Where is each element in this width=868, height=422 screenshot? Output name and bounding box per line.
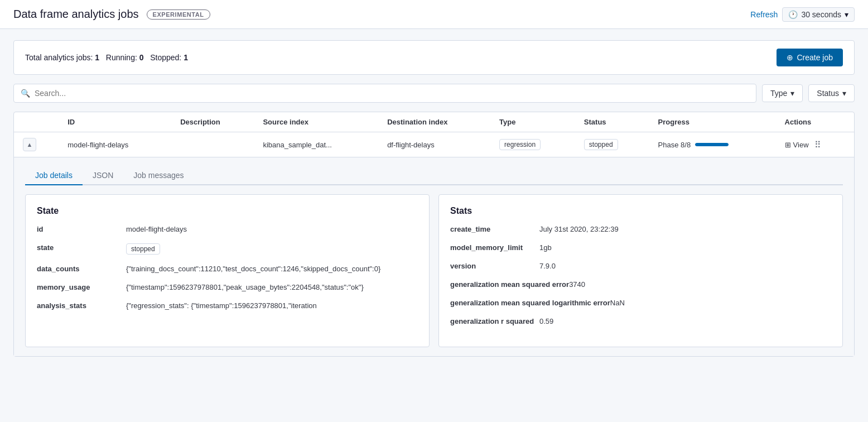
state-state-row: state stopped — [37, 243, 418, 255]
actions-cell: ⊞ View ⠿ — [776, 132, 854, 157]
state-memory-usage-value: {"timestamp":1596237978801,"peak_usage_b… — [126, 283, 418, 291]
search-wrapper: 🔍 — [13, 84, 756, 103]
view-button[interactable]: ⊞ View — [785, 141, 809, 149]
chevron-down-icon: ▾ — [790, 89, 794, 98]
stopped-count: 1 — [184, 53, 188, 62]
type-label: Type — [770, 89, 787, 98]
table-header-row: ID Description Source index Destination … — [14, 112, 854, 132]
status-label: Status — [817, 89, 839, 98]
total-count: 1 — [95, 53, 99, 62]
search-icon: 🔍 — [21, 89, 30, 98]
status-cell: stopped — [575, 132, 649, 157]
type-badge: regression — [499, 139, 541, 150]
create-job-button[interactable]: ⊕ Create job — [777, 49, 843, 66]
stats-gen-mse-label: generalization mean squared error — [450, 280, 569, 289]
top-header: Data frame analytics jobs EXPERIMENTAL R… — [0, 0, 868, 29]
plus-icon: ⊕ — [787, 53, 793, 62]
destination-index-cell: df-flight-delays — [378, 132, 490, 157]
detail-panels: State id model-flight-delays state stop — [25, 194, 843, 347]
col-expand — [14, 112, 59, 132]
detail-tabs: Job details JSON Job messages — [25, 166, 843, 185]
description-cell — [171, 132, 254, 157]
stats-panel-title: Stats — [450, 206, 831, 216]
refresh-interval-text: 30 seconds — [801, 10, 841, 19]
more-actions-button[interactable]: ⠿ — [814, 140, 822, 150]
status-badge: stopped — [584, 139, 618, 150]
refresh-button[interactable]: Refresh — [750, 10, 778, 19]
state-state-label: state — [37, 243, 126, 252]
state-data-counts-row: data_counts {"training_docs_count":11210… — [37, 265, 418, 273]
id-cell: model-flight-delays — [59, 132, 171, 157]
state-memory-usage-row: memory_usage {"timestamp":1596237978801,… — [37, 283, 418, 291]
running-count: 0 — [139, 53, 144, 62]
state-id-row: id model-flight-delays — [37, 225, 418, 233]
progress-bar-fill — [695, 143, 729, 146]
expanded-content: Job details JSON Job messages State — [14, 157, 854, 356]
state-panel: State id model-flight-delays state stop — [25, 194, 430, 347]
status-filter-button[interactable]: Status ▾ — [808, 84, 855, 102]
stats-memory-limit-value: 1gb — [539, 243, 831, 252]
type-cell: regression — [490, 132, 575, 157]
stats-create-time-label: create_time — [450, 225, 539, 233]
type-filter-button[interactable]: Type ▾ — [762, 84, 803, 102]
state-panel-title: State — [37, 206, 418, 216]
col-progress: Progress — [649, 112, 776, 132]
state-analysis-stats-row: analysis_stats {"regression_stats": {"ti… — [37, 301, 418, 310]
stats-create-time-value: July 31st 2020, 23:22:39 — [539, 225, 831, 233]
progress-wrapper: Phase 8/8 — [658, 141, 767, 149]
page-title: Data frame analytics jobs — [13, 8, 139, 21]
refresh-interval-selector[interactable]: 🕐 30 seconds ▾ — [782, 7, 855, 22]
stopped-label: Stopped: — [150, 53, 181, 62]
state-data-counts-label: data_counts — [37, 265, 126, 273]
expanded-detail-cell: Job details JSON Job messages State — [14, 157, 854, 357]
col-destination-index: Destination index — [378, 112, 490, 132]
expanded-detail-row: Job details JSON Job messages State — [14, 157, 854, 357]
stats-panel: Stats create_time July 31st 2020, 23:22:… — [438, 194, 843, 347]
stats-memory-limit-row: model_memory_limit 1gb — [450, 243, 831, 252]
experimental-badge: EXPERIMENTAL — [147, 9, 210, 20]
jobs-table: ID Description Source index Destination … — [14, 112, 854, 356]
stats-gen-r2-row: generalization r squared 0.59 — [450, 317, 831, 325]
running-label: Running: — [106, 53, 137, 62]
stats-gen-msle-label: generalization mean squared logarithmic … — [450, 299, 610, 307]
main-content: Total analytics jobs: 1 Running: 0 Stopp… — [0, 29, 868, 368]
stats-gen-r2-value: 0.59 — [539, 317, 831, 325]
tab-json[interactable]: JSON — [83, 166, 123, 185]
table-row: ▲ model-flight-delays kibana_sample_dat.… — [14, 132, 854, 157]
stats-gen-msle-value: NaN — [610, 299, 831, 307]
state-id-value: model-flight-delays — [126, 225, 418, 233]
tab-job-messages[interactable]: Job messages — [123, 166, 194, 185]
col-status: Status — [575, 112, 649, 132]
header-left: Data frame analytics jobs EXPERIMENTAL — [13, 8, 210, 21]
progress-cell: Phase 8/8 — [649, 132, 776, 157]
search-input[interactable] — [35, 89, 749, 98]
stats-gen-mse-row: generalization mean squared error 3740 — [450, 280, 831, 289]
header-right: Refresh 🕐 30 seconds ▾ — [750, 7, 855, 22]
state-data-counts-value: {"training_docs_count":11210,"test_docs_… — [126, 265, 418, 273]
expand-row-button[interactable]: ▲ — [23, 138, 36, 151]
total-label: Total analytics jobs: — [25, 53, 93, 62]
stats-create-time-row: create_time July 31st 2020, 23:22:39 — [450, 225, 831, 233]
source-index-cell: kibana_sample_dat... — [254, 132, 378, 157]
tab-job-details[interactable]: Job details — [25, 166, 83, 185]
stats-bar: Total analytics jobs: 1 Running: 0 Stopp… — [13, 40, 855, 75]
state-state-value: stopped — [126, 243, 418, 255]
col-actions: Actions — [776, 112, 854, 132]
expand-cell: ▲ — [14, 132, 59, 157]
state-analysis-stats-label: analysis_stats — [37, 301, 126, 310]
clock-icon: 🕐 — [788, 10, 798, 19]
source-index-value: kibana_sample_dat... — [263, 141, 332, 149]
create-job-label: Create job — [797, 53, 833, 62]
col-description: Description — [171, 112, 254, 132]
progress-bar-background — [695, 143, 729, 146]
stats-version-value: 7.9.0 — [539, 262, 831, 270]
stats-gen-msle-row: generalization mean squared logarithmic … — [450, 299, 831, 307]
search-row: 🔍 Type ▾ Status ▾ — [13, 84, 855, 103]
state-id-label: id — [37, 225, 126, 233]
destination-index-value: df-flight-delays — [387, 141, 435, 149]
chevron-down-icon: ▾ — [845, 10, 848, 19]
progress-label: Phase 8/8 — [658, 141, 691, 149]
actions-wrapper: ⊞ View ⠿ — [785, 140, 845, 150]
stats-gen-r2-label: generalization r squared — [450, 317, 539, 325]
state-analysis-stats-value: {"regression_stats": {"timestamp":159623… — [126, 301, 418, 310]
